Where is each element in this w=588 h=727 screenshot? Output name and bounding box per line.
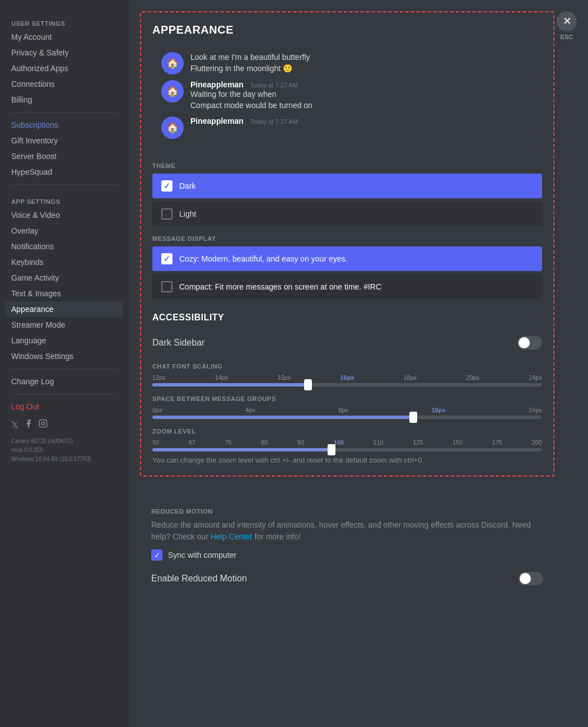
appearance-title: APPEARANCE [152, 24, 542, 36]
sidebar-item-privacy-safety[interactable]: Privacy & Safety [6, 45, 123, 60]
sidebar-item-game-activity[interactable]: Game Activity [6, 270, 123, 286]
svg-point-2 [45, 421, 45, 422]
sidebar-item-language[interactable]: Language [6, 333, 123, 348]
dark-sidebar-toggle-thumb [519, 337, 530, 348]
sidebar-version: Canary 80725 (4cf0fc52) Host 0.0.255 Win… [6, 435, 123, 466]
user-settings-label: USER SETTINGS [6, 11, 123, 29]
zoom-labels: 50 67 75 80 90 100 110 125 150 175 200 [152, 439, 542, 446]
sidebar-item-notifications[interactable]: Notifications [6, 239, 123, 254]
facebook-icon[interactable] [24, 419, 33, 430]
space-thumb[interactable] [409, 412, 417, 423]
reduced-motion-desc: Reduce the amount and intensity of anima… [151, 519, 543, 543]
reduced-motion-label: REDUCED MOTION [151, 508, 543, 515]
sidebar-item-text-images[interactable]: Text & Images [6, 286, 123, 301]
message-time-3: Today at 7:27 AM [250, 118, 298, 125]
instagram-icon[interactable] [39, 419, 48, 430]
msg-compact-option[interactable]: Compact: Fit more messages on screen at … [152, 274, 542, 299]
space-labels: 0px 4px 8px 16px 24px [152, 407, 542, 413]
avatar-1: 🏠 [161, 52, 184, 74]
help-center-link[interactable]: Help Center [211, 532, 253, 541]
zoom-section: ZOOM LEVEL 50 67 75 80 90 100 110 125 15… [152, 428, 542, 464]
esc-button[interactable]: ✕ ESC [557, 11, 577, 40]
sidebar-item-streamer-mode[interactable]: Streamer Mode [6, 317, 123, 333]
enable-reduced-motion-row: Enable Reduced Motion [151, 572, 543, 585]
message-time-2: Today at 7:27 AM [250, 82, 298, 88]
font-scaling-thumb[interactable] [304, 379, 312, 390]
msg-cozy-option[interactable]: ✓ Cozy: Modern, beautiful, and easy on y… [152, 246, 542, 271]
avatar-2: 🏠 [161, 80, 184, 102]
font-scaling-label: CHAT FONT SCALING [152, 363, 542, 370]
space-fill [152, 416, 413, 419]
font-scaling-track [152, 383, 542, 386]
sidebar: USER SETTINGS My Account Privacy & Safet… [0, 0, 129, 727]
message-content-3: Pineappleman Today at 7:27 AM [190, 116, 533, 125]
theme-dark-check-icon: ✓ [164, 181, 170, 190]
message-author-2: Pineappleman [190, 80, 244, 89]
twitter-icon[interactable]: 𝕏 [11, 420, 18, 430]
message-text-2a: Waiting for the day when [190, 89, 533, 100]
dark-sidebar-row: Dark Sidebar [152, 332, 542, 354]
dark-sidebar-toggle[interactable] [517, 336, 542, 349]
sidebar-item-keybinds[interactable]: Keybinds [6, 254, 123, 270]
esc-label: ESC [561, 34, 573, 40]
sidebar-divider-4 [11, 394, 118, 394]
sidebar-divider-1 [11, 112, 118, 113]
reduced-motion-section: REDUCED MOTION Reduce the amount and int… [129, 488, 588, 596]
enable-reduced-motion-toggle[interactable] [519, 572, 543, 585]
sync-label: Sync with computer [168, 551, 236, 560]
message-content-2: Pineappleman Today at 7:27 AM Waiting fo… [190, 80, 533, 111]
theme-light-label: Light [179, 209, 196, 218]
zoom-track [152, 448, 542, 451]
space-track [152, 416, 542, 419]
preview-message-3: 🏠 Pineappleman Today at 7:27 AM [161, 116, 533, 139]
sidebar-item-voice-video[interactable]: Voice & Video [6, 207, 123, 223]
sync-row: ✓ Sync with computer [151, 549, 543, 561]
font-scaling-fill [152, 383, 308, 386]
sidebar-item-connections[interactable]: Connections [6, 76, 123, 92]
message-author-3: Pineappleman [190, 116, 244, 125]
theme-dark-checkbox: ✓ [161, 180, 172, 192]
svg-point-1 [41, 422, 44, 425]
sidebar-item-logout[interactable]: Log Out [6, 399, 123, 414]
sync-checkbox[interactable]: ✓ [151, 549, 162, 561]
sidebar-item-my-account[interactable]: My Account [6, 29, 123, 45]
sidebar-item-windows-settings[interactable]: Windows Settings [6, 348, 123, 364]
sidebar-item-appearance[interactable]: Appearance [6, 301, 123, 317]
message-display-label: MESSAGE DISPLAY [152, 235, 542, 242]
sync-check-icon: ✓ [154, 551, 160, 560]
msg-cozy-check-icon: ✓ [164, 254, 170, 263]
msg-cozy-label: Cozy: Modern, beautiful, and easy on you… [179, 254, 347, 263]
svg-rect-0 [39, 420, 46, 427]
msg-cozy-checkbox: ✓ [161, 253, 172, 264]
preview-messages: 🏠 Look at me I'm a beautiful butterfly F… [152, 45, 542, 151]
app-settings-label: APP SETTINGS [6, 189, 123, 207]
close-icon[interactable]: ✕ [557, 11, 577, 31]
sidebar-item-billing[interactable]: Billing [6, 92, 123, 108]
theme-dark-label: Dark [179, 181, 196, 190]
font-scaling-labels: 12px 14px 15px 16px 18px 20px 24px [152, 374, 542, 381]
sidebar-item-authorized-apps[interactable]: Authorized Apps [6, 60, 123, 76]
main-content: ✕ ESC APPEARANCE 🏠 Look at me I'm a beau… [129, 0, 588, 727]
sidebar-item-server-boost[interactable]: Server Boost [6, 148, 123, 164]
zoom-thumb[interactable] [328, 444, 335, 455]
theme-dark-option[interactable]: ✓ Dark [152, 174, 542, 198]
theme-light-option[interactable]: Light [152, 202, 542, 226]
sidebar-item-hypesquad[interactable]: HypeSquad [6, 164, 123, 180]
avatar-3: 🏠 [161, 116, 184, 139]
sidebar-item-subscriptions[interactable]: Subscriptions [6, 117, 123, 133]
zoom-fill [152, 448, 332, 451]
preview-message-2: 🏠 Pineappleman Today at 7:27 AM Waiting … [161, 80, 533, 111]
zoom-hint: You can change the zoom level with ctrl … [152, 456, 542, 464]
sidebar-item-overlay[interactable]: Overlay [6, 223, 123, 239]
sidebar-divider-3 [11, 369, 118, 369]
sidebar-divider-2 [11, 184, 118, 185]
appearance-section: APPEARANCE 🏠 Look at me I'm a beautiful … [140, 11, 554, 477]
sidebar-social: 𝕏 [6, 414, 123, 435]
preview-message-1: 🏠 Look at me I'm a beautiful butterfly F… [161, 52, 533, 74]
sidebar-item-change-log[interactable]: Change Log [6, 374, 123, 389]
font-scaling-section: CHAT FONT SCALING 12px 14px 15px 16px 18… [152, 363, 542, 386]
msg-compact-label: Compact: Fit more messages on screen at … [179, 282, 381, 291]
message-text-1b: Fluttering in the moonlight 🙂 [190, 63, 533, 74]
message-content-1: Look at me I'm a beautiful butterfly Flu… [190, 52, 533, 74]
sidebar-item-gift-inventory[interactable]: Gift Inventory [6, 133, 123, 148]
